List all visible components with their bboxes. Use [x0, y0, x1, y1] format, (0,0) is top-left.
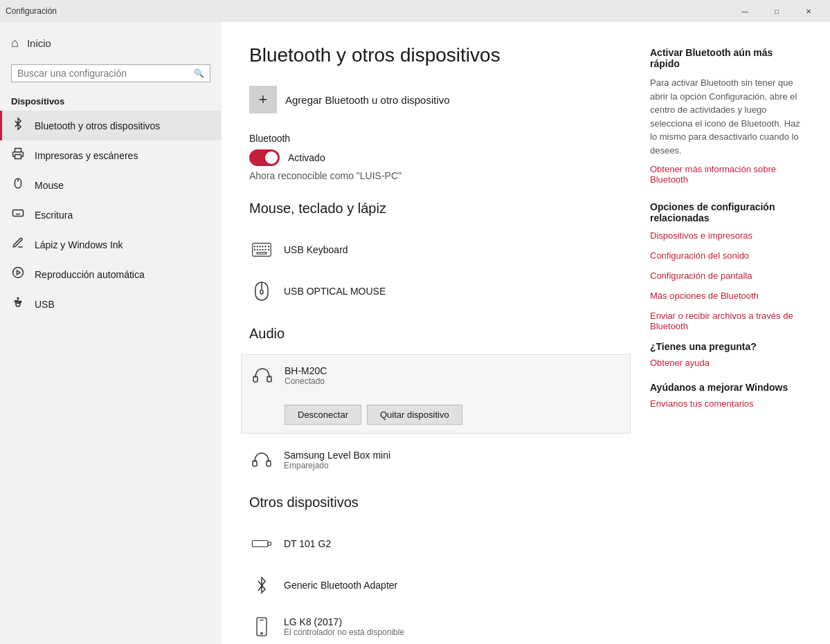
minimize-button[interactable]: —: [729, 0, 761, 22]
lgk8-status: El controlador no está disponible: [284, 627, 404, 637]
printer-icon: [11, 147, 25, 163]
mouse-name: USB OPTICAL MOUSE: [284, 286, 386, 297]
sidebar-item-reproduccion[interactable]: Reproducción automática: [0, 259, 222, 289]
sidebar-lapiz-label: Lápiz y Windows Ink: [35, 239, 123, 250]
bluetooth-toggle[interactable]: [249, 149, 280, 166]
keyboard-name: USB Keyboard: [284, 244, 348, 255]
app-container: ⌂ Inicio 🔍 Dispositivos Bluetooth y otro…: [0, 22, 830, 644]
toggle-knob: [265, 151, 278, 164]
svg-point-32: [260, 290, 263, 294]
sidebar-item-home[interactable]: ⌂ Inicio: [0, 28, 222, 59]
bhm20c-info: BH-M20C Conectado: [285, 365, 327, 386]
device-item-mouse[interactable]: USB OPTICAL MOUSE: [249, 270, 622, 312]
toggle-label: Activado: [288, 152, 325, 163]
headphones-icon-2: [249, 448, 274, 472]
add-device-label: Agregar Bluetooth u otro dispositivo: [285, 94, 450, 106]
add-device-button[interactable]: + Agregar Bluetooth u otro dispositivo: [249, 86, 622, 113]
svg-rect-37: [253, 541, 269, 547]
titlebar: Configuración — □ ✕: [0, 0, 830, 22]
improve-title: Ayúdanos a mejorar Windows: [650, 382, 802, 393]
usb-drive-icon: [249, 531, 274, 556]
question-link[interactable]: Obtener ayuda: [650, 358, 802, 368]
recognized-text: Ahora reconocible como "LUIS-PC": [249, 170, 622, 181]
mouse-device-info: USB OPTICAL MOUSE: [284, 286, 386, 297]
keyboard-icon: [11, 207, 25, 223]
sidebar-mouse-label: Mouse: [35, 180, 64, 191]
usb-icon: [11, 296, 25, 312]
svg-rect-0: [15, 155, 21, 159]
device-item-samsung[interactable]: Samsung Level Box mini Emparejado: [249, 439, 622, 481]
search-icon: 🔍: [194, 68, 204, 78]
related-link-1[interactable]: Configuración del sonido: [650, 250, 802, 261]
right-panel: Activar Bluetooth aún más rápido Para ac…: [622, 44, 802, 622]
keyboard-device-icon: [249, 237, 274, 262]
sidebar-item-lapiz[interactable]: Lápiz y Windows Ink: [0, 230, 222, 259]
keyboard-device-info: USB Keyboard: [284, 244, 348, 255]
main-content: Bluetooth y otros dispositivos + Agregar…: [222, 22, 830, 644]
device-item-lgk8[interactable]: LG K8 (2017) El controlador no está disp…: [249, 606, 622, 644]
tip-link[interactable]: Obtener más información sobre Bluetooth: [650, 164, 802, 185]
dt101-name: DT 101 G2: [284, 538, 331, 549]
sidebar-reproduccion-label: Reproducción automática: [35, 269, 145, 280]
bhm20c-status: Conectado: [285, 376, 327, 386]
tip-text: Para activar Bluetooth sin tener que abr…: [650, 76, 802, 157]
device-top-bhm20c: BH-M20C Conectado: [250, 363, 327, 388]
sidebar-section-label: Dispositivos: [0, 88, 222, 111]
sidebar-item-usb[interactable]: USB: [0, 289, 222, 319]
dt101-info: DT 101 G2: [284, 538, 331, 549]
samsung-info: Samsung Level Box mini Emparejado: [284, 450, 390, 470]
content-area: Bluetooth y otros dispositivos + Agregar…: [249, 44, 622, 622]
sidebar-item-bluetooth[interactable]: Bluetooth y otros dispositivos: [0, 111, 222, 140]
maximize-button[interactable]: □: [761, 0, 793, 22]
related-link-3[interactable]: Más opciones de Bluetooth: [650, 291, 802, 301]
sidebar-item-mouse[interactable]: Mouse: [0, 170, 222, 200]
related-link-4[interactable]: Enviar o recibir archivos a través de Bl…: [650, 311, 802, 331]
titlebar-controls: — □ ✕: [729, 0, 824, 22]
disconnect-button[interactable]: Desconectar: [285, 405, 361, 425]
svg-rect-13: [15, 301, 17, 302]
samsung-status: Emparejado: [284, 461, 390, 470]
sidebar-usb-label: USB: [35, 299, 55, 310]
svg-rect-3: [13, 210, 24, 217]
related-link-0[interactable]: Dispositivos e impresoras: [650, 230, 802, 241]
device-item-keyboard[interactable]: USB Keyboard: [249, 229, 622, 270]
sidebar-printers-label: Impresoras y escáneres: [35, 150, 138, 161]
sidebar-item-printers[interactable]: Impresoras y escáneres: [0, 140, 222, 170]
question-title: ¿Tienes una pregunta?: [650, 341, 802, 352]
bhm20c-name: BH-M20C: [285, 365, 327, 376]
bluetooth-adapter-icon: [249, 573, 274, 598]
related-link-2[interactable]: Configuración de pantalla: [650, 270, 802, 281]
device-item-bhm20c[interactable]: BH-M20C Conectado Desconectar Quitar dis…: [241, 354, 631, 434]
mouse-section-title: Mouse, teclado y lápiz: [249, 201, 622, 217]
titlebar-title: Configuración: [6, 6, 57, 16]
lgk8-info: LG K8 (2017) El controlador no está disp…: [284, 616, 404, 637]
svg-rect-38: [268, 542, 271, 546]
home-label: Inicio: [27, 37, 51, 49]
pen-icon: [11, 237, 25, 252]
phone-icon: [249, 614, 274, 639]
svg-point-41: [261, 632, 263, 634]
sidebar-bluetooth-label: Bluetooth y otros dispositivos: [35, 120, 160, 131]
lgk8-name: LG K8 (2017): [284, 616, 404, 627]
search-input[interactable]: [17, 68, 190, 79]
svg-point-9: [13, 268, 24, 278]
search-box[interactable]: 🔍: [11, 64, 210, 82]
home-icon: ⌂: [11, 36, 19, 50]
bluetooth-icon: [11, 118, 25, 134]
close-button[interactable]: ✕: [793, 0, 824, 22]
headphones-icon-1: [250, 363, 275, 388]
mouse-device-icon: [249, 279, 274, 304]
remove-device-button[interactable]: Quitar dispositivo: [367, 405, 462, 425]
device-item-bt-adapter[interactable]: Generic Bluetooth Adapter: [249, 564, 622, 606]
sidebar: ⌂ Inicio 🔍 Dispositivos Bluetooth y otro…: [0, 22, 222, 644]
svg-rect-15: [19, 302, 21, 303]
bluetooth-section-label: Bluetooth: [249, 133, 622, 144]
device-item-dt101[interactable]: DT 101 G2: [249, 523, 622, 564]
sidebar-escritura-label: Escritura: [35, 210, 73, 221]
tip-title: Activar Bluetooth aún más rápido: [650, 47, 802, 69]
bluetooth-toggle-row: Activado: [249, 149, 622, 166]
other-section-title: Otros dispositivos: [249, 495, 622, 510]
sidebar-item-escritura[interactable]: Escritura: [0, 200, 222, 230]
improve-link[interactable]: Envíanos tus comentarios: [650, 398, 802, 409]
page-title: Bluetooth y otros dispositivos: [249, 44, 622, 66]
